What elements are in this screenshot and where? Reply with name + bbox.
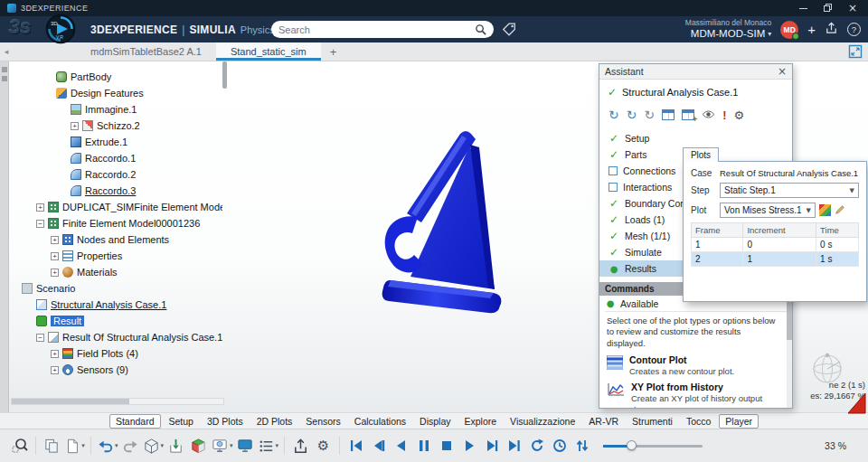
tree-vertical-scrollbar[interactable] — [222, 61, 227, 89]
step-setup[interactable]: ✓Setup — [607, 130, 785, 146]
tree-item-extrude[interactable]: Extrude.1 — [13, 134, 222, 150]
apply-material-button[interactable] — [188, 435, 209, 457]
add-content-button[interactable]: + — [807, 23, 816, 36]
tree-expander[interactable]: + — [51, 236, 59, 244]
ribbon-tab-3d-plots[interactable]: 3D Plots — [202, 415, 249, 428]
tab-stand-static-sim[interactable]: Stand_static_sim — [216, 42, 321, 61]
ribbon-tab-player[interactable]: Player — [719, 414, 759, 429]
compass-logo[interactable]: 3D V.R — [45, 14, 76, 44]
frame-row-2[interactable]: 2 1 1 s — [692, 252, 859, 267]
display-screen-button[interactable] — [235, 435, 256, 457]
tree-item-raccordo2[interactable]: Raccordo.2 — [13, 166, 222, 183]
capture-button[interactable]: ▾ — [211, 435, 233, 457]
share-button[interactable] — [825, 22, 838, 37]
ribbon-tab-tocco[interactable]: Tocco — [681, 415, 716, 428]
tree-item-duplicat-fem[interactable]: +DUPLICAT_SIMFinite Element Model00 — [13, 199, 222, 215]
new-plot-table-icon[interactable] — [682, 109, 694, 120]
ribbon-tab-strumenti[interactable]: Strumenti — [627, 415, 678, 428]
undo-button[interactable]: ▾ — [97, 435, 118, 457]
timeline-slider[interactable] — [603, 438, 703, 453]
go-to-end-button[interactable] — [504, 435, 524, 457]
plots-tab[interactable]: Plots — [683, 147, 719, 162]
zoom-area-button[interactable] — [9, 435, 30, 457]
tree-item-design-features[interactable]: Design Features — [13, 85, 222, 101]
swap-direction-button[interactable] — [571, 435, 592, 457]
tree-item-materials[interactable]: +Materials — [13, 264, 222, 280]
tree-expander[interactable]: − — [36, 220, 44, 228]
plot-select[interactable]: Von Mises Stress.1▼ — [720, 203, 816, 218]
settings-button[interactable]: ⚙ — [313, 435, 334, 457]
command-contour-plot[interactable]: Contour PlotCreates a new contour plot. — [607, 354, 785, 376]
ribbon-tab-calculations[interactable]: Calculations — [349, 415, 411, 428]
tree-item-partbody[interactable]: PartBody — [13, 69, 222, 85]
plot-type-icon[interactable] — [819, 204, 831, 216]
visibility-icon[interactable] — [702, 109, 715, 121]
checkbox-icon[interactable] — [609, 166, 618, 175]
assistant-scrollbar[interactable] — [787, 302, 792, 409]
update-simulation-icon[interactable]: ↻ — [609, 108, 619, 121]
scrollbar-thumb[interactable] — [787, 302, 792, 340]
tree-item-nodes-elements[interactable]: +Nodes and Elements — [13, 231, 222, 248]
diagnostics-icon[interactable]: ! — [722, 108, 726, 122]
close-button[interactable]: × — [848, 3, 857, 14]
scrollbar-thumb[interactable] — [12, 399, 129, 404]
tab-mdmsimtabletbase2[interactable]: mdmSimTabletBase2 A.1 — [76, 42, 216, 61]
paste-button[interactable]: ▾ — [64, 435, 85, 457]
edit-plot-button[interactable] — [835, 204, 845, 217]
global-search[interactable] — [271, 21, 494, 38]
tree-item-result-of-case[interactable]: −Result Of Structural Analysis Case.1 — [13, 329, 222, 345]
update-all-icon[interactable]: ↻ — [627, 108, 637, 121]
share-content-button[interactable] — [290, 435, 311, 457]
help-button[interactable]: ? — [847, 23, 861, 36]
tree-item-scenario[interactable]: Scenario — [13, 280, 222, 297]
minimize-button[interactable] — [799, 8, 807, 9]
loop-button[interactable] — [526, 435, 547, 457]
slider-handle[interactable] — [627, 440, 637, 450]
refresh-results-icon[interactable]: ↻ — [644, 108, 655, 121]
tree-item-structural-analysis-case[interactable]: Structural Analysis Case.1 — [13, 297, 222, 313]
speed-button[interactable] — [549, 435, 570, 457]
tree-expander[interactable]: + — [71, 122, 79, 130]
tree-expander[interactable]: + — [36, 203, 44, 212]
side-strip[interactable] — [0, 61, 9, 412]
tag-button[interactable] — [501, 22, 517, 39]
search-input[interactable] — [278, 24, 475, 35]
redo-button[interactable] — [120, 435, 141, 457]
new-tab-button[interactable]: + — [321, 42, 346, 61]
tree-expander[interactable]: + — [51, 350, 59, 358]
strip-icon[interactable] — [2, 76, 7, 81]
strip-icon[interactable] — [2, 67, 7, 72]
model-tablet-stand[interactable] — [371, 127, 515, 325]
list-menu-button[interactable]: ▾ — [258, 435, 279, 457]
go-to-start-button[interactable] — [345, 435, 366, 457]
command-xy-plot[interactable]: XY Plot from HistoryCreate an XY plot of… — [607, 382, 785, 409]
tree-expander[interactable]: + — [51, 252, 59, 260]
ribbon-tab-display[interactable]: Display — [414, 415, 456, 428]
ribbon-tab-setup[interactable]: Setup — [164, 415, 199, 428]
avatar[interactable]: MD — [780, 21, 798, 39]
step-select[interactable]: Static Step.1▼ — [720, 183, 859, 198]
tree-item-properties[interactable]: +Properties — [13, 248, 222, 264]
tree-item-raccordo1[interactable]: Raccordo.1 — [13, 150, 222, 166]
pause-button[interactable] — [413, 435, 434, 457]
tree-item-fem-model[interactable]: −Finite Element Model00001236 — [13, 215, 222, 231]
tree-item-field-plots[interactable]: +Field Plots (4) — [13, 345, 222, 362]
expand-viewport-button[interactable] — [848, 44, 863, 61]
export-button[interactable] — [165, 435, 186, 457]
ribbon-tab-2d-plots[interactable]: 2D Plots — [251, 415, 298, 428]
assistant-header[interactable]: Assistant × — [599, 64, 792, 80]
results-table-icon[interactable] — [662, 109, 675, 120]
tree-item-result[interactable]: Result — [13, 313, 222, 329]
ribbon-tab-standard[interactable]: Standard — [109, 414, 161, 429]
step-back-button[interactable] — [368, 435, 389, 457]
tree-item-sensors[interactable]: +Sensors (9) — [13, 362, 222, 378]
step-forward-button[interactable] — [481, 435, 502, 457]
copy-button[interactable] — [42, 435, 62, 457]
play-button[interactable] — [458, 435, 479, 457]
close-icon[interactable]: × — [778, 66, 787, 77]
tree-horizontal-scrollbar[interactable] — [11, 398, 224, 405]
tree-item-schizzo[interactable]: +Schizzo.2 — [13, 118, 222, 134]
frame-row-1[interactable]: 1 0 0 s — [692, 238, 859, 252]
user-block[interactable]: Massimiliano del Monaco MDM-MOD-SIM▾ — [685, 19, 771, 40]
ribbon-tab-visualizzazione[interactable]: Visualizzazione — [505, 415, 580, 428]
